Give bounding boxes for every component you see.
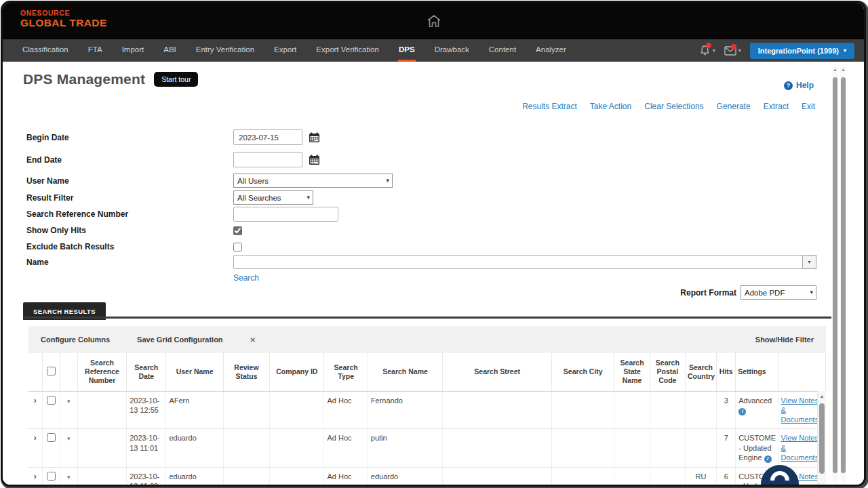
view-notes-documents-link[interactable]: View Notes & Documents: [781, 396, 819, 424]
cell-select: [42, 391, 60, 429]
page-scrollbar-inner[interactable]: ▲: [832, 67, 838, 483]
cell-company-id: [270, 429, 324, 467]
configure-columns-button[interactable]: Configure Columns: [41, 336, 110, 344]
take-action-link[interactable]: Take Action: [590, 102, 631, 111]
scroll-up-icon[interactable]: ▲: [832, 67, 838, 72]
col-search-type[interactable]: Search Type: [324, 353, 368, 391]
close-icon[interactable]: ✕: [250, 336, 256, 344]
nav-export[interactable]: Export: [273, 39, 297, 62]
col-search-reference-number[interactable]: Search Reference Number: [77, 353, 126, 391]
chevron-down-icon: ▾: [307, 194, 310, 201]
search-reference-number-input[interactable]: [233, 207, 338, 222]
cell-search-street: [443, 429, 552, 467]
cell-settings: CUSTOME - Updated Engine i: [736, 429, 778, 467]
calendar-icon[interactable]: [309, 132, 320, 143]
col-user-name[interactable]: User Name: [166, 353, 223, 391]
page-title: DPS Management: [23, 71, 145, 87]
col-search-postal-code[interactable]: Search Postal Code: [650, 353, 685, 391]
messages-menu[interactable]: ▾: [724, 46, 741, 56]
col-hits[interactable]: Hits: [717, 353, 736, 391]
nav-classification[interactable]: Classification: [22, 39, 69, 62]
table-scrollbar[interactable]: ▲: [817, 391, 826, 485]
col-search-date[interactable]: Search Date: [127, 353, 166, 391]
cell-search-type: Ad Hoc: [324, 429, 368, 467]
cell-user-name: eduardo: [166, 429, 223, 467]
col-search-name[interactable]: Search Name: [368, 353, 443, 391]
select-all-checkbox[interactable]: [47, 367, 56, 375]
scroll-up-icon[interactable]: ▲: [840, 67, 846, 72]
info-icon[interactable]: i: [764, 455, 772, 463]
col-search-city[interactable]: Search City: [552, 353, 614, 391]
cell-expand: ›: [28, 467, 42, 485]
col-review-status[interactable]: Review Status: [223, 353, 269, 391]
name-dropdown-button[interactable]: ▾: [803, 255, 816, 269]
extract-link[interactable]: Extract: [764, 102, 789, 111]
select-all-header: [42, 353, 60, 391]
nav-abi[interactable]: ABI: [163, 39, 177, 62]
col-search-state-name[interactable]: Search State Name: [614, 353, 650, 391]
scrollbar-thumb[interactable]: [841, 77, 846, 473]
row-menu-icon[interactable]: ▾: [67, 474, 71, 481]
generate-link[interactable]: Generate: [717, 102, 751, 111]
title-row: DPS Management Start tour: [23, 71, 198, 87]
nav-drawback[interactable]: Drawback: [434, 39, 470, 62]
result-filter-label: Result Filter: [26, 193, 233, 203]
nav-analyzer[interactable]: Analyzer: [535, 39, 567, 62]
clear-selections-link[interactable]: Clear Selections: [644, 102, 703, 111]
expand-column-header: [28, 353, 42, 391]
col-search-street[interactable]: Search Street: [443, 353, 552, 391]
result-filter-select[interactable]: All Searches ▾: [233, 190, 313, 205]
col-search-country[interactable]: Search Country: [685, 353, 716, 391]
exclude-batch-results-checkbox[interactable]: [233, 243, 242, 251]
notifications-menu[interactable]: ▾: [699, 45, 715, 56]
search-link[interactable]: Search: [233, 273, 259, 283]
report-format-label: Report Format: [680, 288, 736, 298]
row-menu-icon[interactable]: ▾: [67, 398, 71, 405]
nav-content[interactable]: Content: [488, 39, 517, 62]
cell-select: [42, 429, 60, 467]
row-checkbox[interactable]: [47, 433, 56, 442]
nav-import[interactable]: Import: [121, 39, 145, 62]
scrollbar-thumb[interactable]: [833, 77, 837, 473]
col-company-id[interactable]: Company ID: [270, 353, 324, 391]
view-notes-documents-link[interactable]: View Notes & Documents: [781, 434, 819, 462]
expand-row-icon[interactable]: ›: [34, 472, 37, 481]
nav-export-verification[interactable]: Export Verification: [315, 39, 380, 62]
row-checkbox[interactable]: [47, 396, 56, 405]
nav-right-cluster: ▾ ▾ IntegrationPoint (1999) ▾: [699, 39, 854, 62]
name-input[interactable]: [233, 255, 803, 269]
nav-entry-verification[interactable]: Entry Verification: [195, 39, 255, 62]
calendar-icon[interactable]: [309, 155, 320, 165]
info-icon[interactable]: i: [738, 408, 746, 415]
start-tour-button[interactable]: Start tour: [154, 72, 198, 87]
help-link[interactable]: ? Help: [784, 81, 814, 90]
home-icon[interactable]: [427, 14, 441, 28]
expand-row-icon[interactable]: ›: [34, 396, 37, 405]
app-window: ONESOURCE GLOBAL TRADE Classification FT…: [1, 1, 866, 487]
show-hide-filter-button[interactable]: Show/Hide Filter: [755, 336, 814, 344]
save-grid-configuration-button[interactable]: Save Grid Configuration: [137, 336, 223, 344]
row-menu-icon[interactable]: ▾: [67, 435, 71, 442]
exit-link[interactable]: Exit: [802, 102, 815, 111]
expand-row-icon[interactable]: ›: [34, 433, 37, 443]
results-extract-link[interactable]: Results Extract: [522, 102, 577, 111]
cell-search-postal-code: [650, 391, 685, 429]
nav-dps[interactable]: DPS: [398, 39, 416, 62]
row-checkbox[interactable]: [47, 472, 56, 481]
account-button[interactable]: IntegrationPoint (1999) ▾: [750, 43, 854, 59]
end-date-input[interactable]: [233, 152, 302, 167]
scrollbar-thumb[interactable]: [819, 403, 825, 474]
cell-expand: ›: [28, 391, 42, 429]
settings-text: Advanced: [738, 396, 772, 405]
report-format-select[interactable]: Adobe PDF ▾: [741, 285, 816, 300]
col-settings[interactable]: Settings: [736, 353, 778, 391]
nav-fta[interactable]: FTA: [87, 39, 103, 62]
cell-search-reference-number: [77, 429, 126, 467]
user-name-select[interactable]: All Users ▾: [233, 174, 393, 188]
show-only-hits-checkbox[interactable]: [233, 226, 242, 235]
cell-search-state-name: [614, 391, 650, 429]
begin-date-input[interactable]: [233, 129, 302, 145]
page-scrollbar-outer[interactable]: ▲: [840, 67, 846, 483]
scroll-up-icon[interactable]: ▲: [818, 391, 826, 399]
show-only-hits-label: Show Only Hits: [26, 226, 233, 235]
